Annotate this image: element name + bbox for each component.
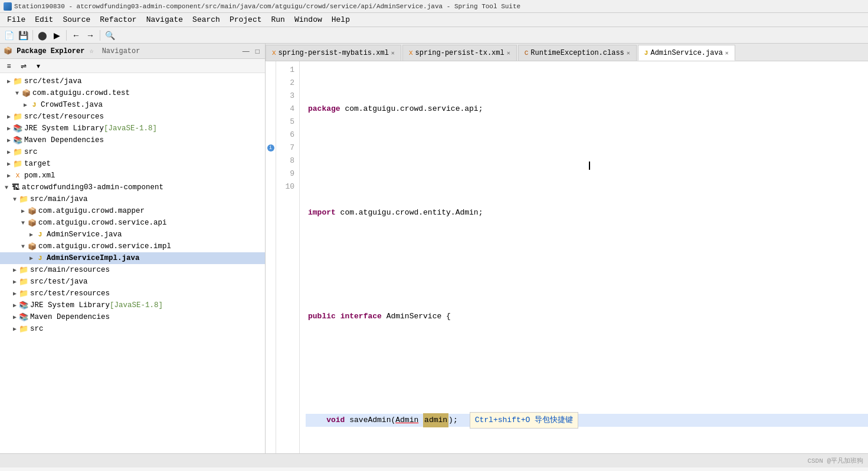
tab-close-adminservice[interactable]: ✕ bbox=[725, 50, 729, 57]
tab-spring-persist-tx[interactable]: X spring-persist-tx.xml ✕ bbox=[402, 45, 517, 61]
kw-package: package bbox=[308, 103, 340, 116]
tooltip-import-hint: Ctrl+shift+O 导包快捷键 bbox=[470, 412, 578, 429]
arrow-src-test-java[interactable]: ▶ bbox=[5, 77, 13, 85]
pe-tree[interactable]: ▶ 📁 src/test/java ▼ 📦 com.atguigu.crowd.… bbox=[0, 73, 265, 453]
code-editor[interactable]: i 1 2 3 4 5 6 7 8 9 10 pac bbox=[266, 61, 868, 453]
arrow-src-main-java[interactable]: ▼ bbox=[11, 195, 19, 203]
code-line-6 bbox=[306, 362, 868, 375]
tree-item-project-root[interactable]: ▼ 🏗 atcrowdfunding03-admin-component bbox=[0, 182, 265, 193]
arrow-src-1[interactable]: ▶ bbox=[5, 148, 13, 156]
arrow-adminserviceimpl[interactable]: ▶ bbox=[27, 254, 35, 262]
menu-item-search[interactable]: Search bbox=[188, 14, 225, 25]
arrow-mapper[interactable]: ▶ bbox=[19, 207, 27, 215]
tree-item-src-2[interactable]: ▶ 📁 src bbox=[0, 323, 265, 335]
arrow-src-test-res-2[interactable]: ▶ bbox=[11, 289, 19, 298]
tree-item-src-test-java-2[interactable]: ▶ 📁 src/test/java bbox=[0, 276, 265, 288]
tree-item-src-test-resources[interactable]: ▶ 📁 src/test/resources bbox=[0, 111, 265, 123]
tree-item-target[interactable]: ▶ 📁 target bbox=[0, 158, 265, 170]
tree-item-service-impl[interactable]: ▼ 📦 com.atguigu.crowd.service.impl bbox=[0, 241, 265, 252]
arrow-maven-2[interactable]: ▶ bbox=[11, 313, 19, 321]
arrow-service-api[interactable]: ▼ bbox=[19, 219, 27, 227]
menu-item-file[interactable]: File bbox=[2, 14, 30, 25]
tab-runtime-exception[interactable]: C RuntimeException.class ✕ bbox=[518, 45, 637, 61]
linenum-10: 10 bbox=[279, 180, 294, 193]
tab-close-mybatis[interactable]: ✕ bbox=[391, 50, 395, 57]
tree-item-maven-2[interactable]: ▶ 📚 Maven Dependencies bbox=[0, 311, 265, 323]
pe-tab-navigator[interactable]: Navigator bbox=[102, 47, 140, 55]
code-content[interactable]: package com.atguigu.crowd.service.api; i… bbox=[300, 61, 868, 453]
arrow-jre-2[interactable]: ▶ bbox=[11, 301, 19, 309]
menu-item-window[interactable]: Window bbox=[290, 14, 327, 25]
arrow-service-impl[interactable]: ▼ bbox=[19, 242, 27, 251]
back-button[interactable]: ← bbox=[70, 29, 83, 42]
run-button[interactable]: ▶ bbox=[50, 29, 63, 42]
tree-item-src-1[interactable]: ▶ 📁 src bbox=[0, 146, 265, 158]
code-line-3: import com.atguigu.crowd.entity.Admin; bbox=[306, 206, 868, 219]
arrow-src-2[interactable]: ▶ bbox=[11, 325, 19, 333]
tab-close-tx[interactable]: ✕ bbox=[507, 50, 510, 57]
arrow-pom[interactable]: ▶ bbox=[5, 172, 13, 180]
pe-collapse-all[interactable]: ≡ bbox=[2, 60, 15, 73]
save-button[interactable]: 💾 bbox=[17, 29, 30, 42]
menu-item-help[interactable]: Help bbox=[327, 14, 355, 25]
arrow-src-test-java-2[interactable]: ▶ bbox=[11, 278, 19, 286]
gutter-8 bbox=[266, 154, 276, 167]
menu-item-project[interactable]: Project bbox=[225, 14, 267, 25]
tree-item-pom-xml[interactable]: ▶ X pom.xml bbox=[0, 170, 265, 182]
tree-item-adminserviceimpl-java[interactable]: ▶ J AdminServiceImpl.java bbox=[0, 252, 265, 264]
arrow-jre-1[interactable]: ▶ bbox=[5, 124, 13, 133]
tree-item-mapper[interactable]: ▶ 📦 com.atguigu.crowd.mapper bbox=[0, 205, 265, 217]
search-button[interactable]: 🔍 bbox=[103, 29, 116, 42]
tree-item-service-api[interactable]: ▼ 📦 com.atguigu.crowd.service.api bbox=[0, 217, 265, 229]
menu-item-run[interactable]: Run bbox=[267, 14, 290, 25]
tree-item-crowd-test[interactable]: ▼ 📦 com.atguigu.crowd.test bbox=[0, 87, 265, 99]
tree-item-adminservice-java[interactable]: ▶ J AdminService.java bbox=[0, 229, 265, 241]
tab-spring-persist-mybatis[interactable]: X spring-persist-mybatis.xml ✕ bbox=[266, 45, 401, 61]
pe-maximize[interactable]: □ bbox=[254, 47, 261, 55]
tree-item-src-test-res-2[interactable]: ▶ 📁 src/test/resources bbox=[0, 288, 265, 299]
pe-title: 📦 Package Explorer bbox=[4, 47, 84, 55]
linenum-5: 5 bbox=[279, 116, 294, 129]
icon-package-service-api: 📦 bbox=[27, 218, 37, 228]
arrow-project-root[interactable]: ▼ bbox=[2, 183, 11, 192]
icon-folder-src-test-res-2: 📁 bbox=[19, 289, 28, 298]
icon-maven-2: 📚 bbox=[19, 312, 28, 322]
icon-package-mapper: 📦 bbox=[27, 206, 37, 216]
linenum-1: 1 bbox=[279, 64, 294, 77]
toolbar: 📄 💾 ⬤ ▶ ← → 🔍 bbox=[0, 27, 868, 44]
tab-close-class[interactable]: ✕ bbox=[627, 50, 630, 57]
new-button[interactable]: 📄 bbox=[2, 29, 15, 42]
tree-item-maven-1[interactable]: ▶ 📚 Maven Dependencies bbox=[0, 134, 265, 146]
icon-folder-src-main-res: 📁 bbox=[19, 265, 28, 275]
code-line-5: public interface AdminService { bbox=[306, 310, 868, 323]
arrow-test-res[interactable]: ▶ bbox=[5, 113, 13, 121]
tab-icon-xml-mybatis: X bbox=[272, 50, 276, 57]
breakpoint-indicator: i bbox=[267, 144, 274, 151]
tree-item-src-main-res[interactable]: ▶ 📁 src/main/resources bbox=[0, 264, 265, 276]
forward-button[interactable]: → bbox=[84, 29, 97, 42]
tree-item-jre-1[interactable]: ▶ 📚 JRE System Library [JavaSE-1.8] bbox=[0, 123, 265, 134]
debug-button[interactable]: ⬤ bbox=[36, 29, 49, 42]
menu-item-navigate[interactable]: Navigate bbox=[142, 14, 188, 25]
pe-minimize[interactable]: — bbox=[241, 47, 251, 55]
icon-java-crowdtest: J bbox=[30, 100, 39, 110]
icon-package-service-impl: 📦 bbox=[27, 242, 37, 251]
arrow-src-main-res[interactable]: ▶ bbox=[11, 266, 19, 274]
arrow-adminservice[interactable]: ▶ bbox=[27, 230, 35, 239]
arrow-target[interactable]: ▶ bbox=[5, 160, 13, 168]
tree-item-jre-2[interactable]: ▶ 📚 JRE System Library [JavaSE-1.8] bbox=[0, 299, 265, 311]
gutter-4 bbox=[266, 103, 276, 116]
arrow-maven-1[interactable]: ▶ bbox=[5, 136, 13, 144]
tab-adminservice-java[interactable]: J AdminService.java ✕ bbox=[638, 45, 735, 61]
menu-item-edit[interactable]: Edit bbox=[30, 14, 58, 25]
arrow-crowdtest[interactable]: ▶ bbox=[21, 101, 30, 109]
pe-link-editor[interactable]: ⇌ bbox=[17, 60, 30, 73]
menu-item-refactor[interactable]: Refactor bbox=[95, 14, 141, 25]
menu-item-source[interactable]: Source bbox=[58, 14, 95, 25]
tree-item-src-main-java[interactable]: ▼ 📁 src/main/java bbox=[0, 193, 265, 205]
pe-view-menu[interactable]: ▾ bbox=[32, 60, 45, 73]
tree-item-src-test-java[interactable]: ▶ 📁 src/test/java bbox=[0, 75, 265, 87]
arrow-crowd-test[interactable]: ▼ bbox=[13, 89, 21, 97]
gutter-1 bbox=[266, 64, 276, 77]
tree-item-crowdtest-java[interactable]: ▶ J CrowdTest.java bbox=[0, 99, 265, 111]
